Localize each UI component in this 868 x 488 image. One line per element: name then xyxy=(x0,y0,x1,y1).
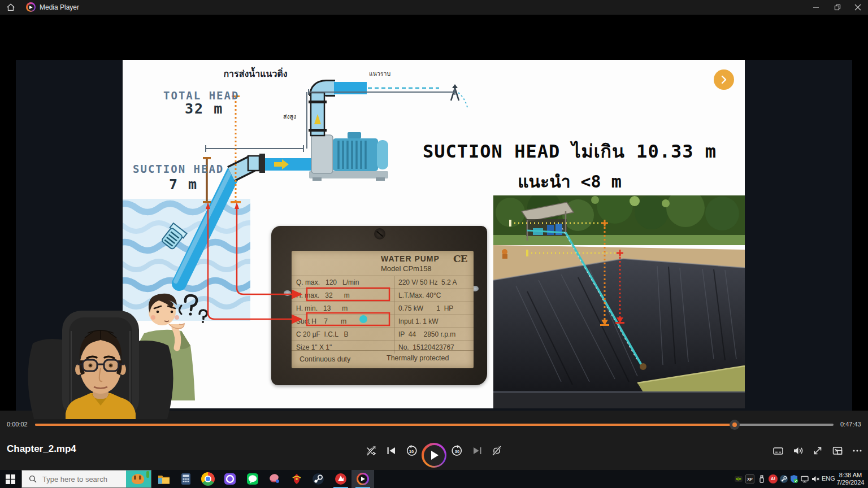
pump-body xyxy=(309,132,388,181)
table-row: C 20 µF I.C.L BIP 44 2850 r.p.m xyxy=(292,328,474,341)
tray-clock[interactable]: 8:38 AM 7/29/2024 xyxy=(835,472,866,486)
taskbar-app-pink[interactable] xyxy=(263,470,286,488)
suction-head-value: 7 m xyxy=(169,176,198,193)
table-row: Suct H 7 mInput 1. 1 kW xyxy=(292,315,474,328)
presenter-avatar xyxy=(17,308,184,419)
volume-icon[interactable] xyxy=(792,445,804,456)
table-row: H. min. 13 m0.75 kW 1 HP xyxy=(292,302,474,315)
slide-content: WATER PUMP CE Model CPm158 Q. max. 120 L… xyxy=(123,60,745,408)
volume-muted-tray-icon[interactable] xyxy=(811,474,820,483)
app-title: Media Player xyxy=(40,3,79,11)
label-horizontal: แนวราบ xyxy=(369,69,390,79)
titlebar: Media Player xyxy=(0,0,868,15)
nameplate-plate: WATER PUMP CE Model CPm158 Q. max. 120 L… xyxy=(292,251,474,368)
seek-fill xyxy=(35,424,735,426)
xp-pen-tray-icon[interactable]: XP xyxy=(745,474,754,483)
anydesk-tray-icon[interactable]: A! xyxy=(769,474,778,483)
taskbar-app-file-explorer[interactable] xyxy=(153,470,175,488)
restore-button[interactable] xyxy=(826,0,849,15)
seek-handle[interactable] xyxy=(730,420,740,430)
taskbar-app-purple[interactable] xyxy=(219,470,241,488)
headline-line1: SUCTION HEAD ไม่เกิน 10.33 m xyxy=(402,137,737,165)
taskbar-app-line[interactable] xyxy=(241,470,264,488)
taskbar-app-media-player[interactable] xyxy=(351,470,374,488)
sprinkler xyxy=(451,84,467,107)
nameplate-model: Model CPm158 xyxy=(381,264,432,273)
headline-line2: แนะนำ <8 m xyxy=(402,168,737,195)
elapsed-time: 0:00:02 xyxy=(7,421,28,428)
nameplate-brand: WATER PUMP xyxy=(381,254,440,263)
mini-player-icon[interactable] xyxy=(832,445,843,456)
media-title: Chapter_2.mp4 xyxy=(7,443,76,455)
search-highlight-image[interactable] xyxy=(126,470,151,487)
usb-tray-icon[interactable] xyxy=(757,474,766,483)
total-head-value: 32 m xyxy=(185,101,223,117)
skip-back-10-button[interactable]: 10 xyxy=(406,445,417,456)
nameplate-footer-left: Continuous duty xyxy=(300,355,350,363)
screw-icon xyxy=(284,290,291,296)
taskbar-app-red[interactable] xyxy=(329,470,352,488)
play-icon xyxy=(431,451,439,460)
windows-security-tray-icon[interactable] xyxy=(789,474,798,483)
player-controls: 0:00:02 0:47:43 Chapter_2.mp4 10 xyxy=(0,411,868,470)
network-tray-icon[interactable] xyxy=(800,474,809,483)
minimize-button[interactable] xyxy=(805,0,827,15)
total-duration: 0:47:43 xyxy=(840,421,861,428)
search-input[interactable] xyxy=(41,474,128,484)
nameplate-footer-right: Thermally protected xyxy=(387,354,449,362)
taskbar-app-calculator[interactable] xyxy=(175,470,197,488)
total-head-label: TOTAL HEAD xyxy=(163,89,239,102)
captions-icon[interactable] xyxy=(772,445,784,456)
label-discharge: ส่งสูง xyxy=(283,112,296,121)
next-track-icon[interactable] xyxy=(472,445,483,456)
tray-date: 7/29/2024 xyxy=(835,479,866,486)
skip-forward-30-button[interactable]: 30 xyxy=(452,445,463,456)
media-player-logo-icon xyxy=(26,2,36,12)
play-button[interactable] xyxy=(422,443,446,468)
repeat-off-icon[interactable] xyxy=(491,445,502,456)
search-icon xyxy=(29,475,37,483)
fullscreen-icon[interactable] xyxy=(812,445,823,456)
tray-time: 8:38 AM xyxy=(835,472,866,479)
close-button[interactable] xyxy=(847,0,868,15)
screw-icon xyxy=(374,228,385,239)
chevron-right-icon xyxy=(719,75,728,84)
steam-tray-icon[interactable] xyxy=(779,474,788,483)
table-row: H. max. 32 mL.T.Max. 40°C xyxy=(292,289,474,302)
next-slide-button[interactable] xyxy=(714,69,734,90)
windows-taskbar: XP A! ENG 8:38 AM 7/29/2024 xyxy=(0,470,868,488)
seek-bar[interactable] xyxy=(35,424,834,426)
more-options-icon[interactable] xyxy=(852,445,863,456)
nameplate-table: Q. max. 120 L/min220 V/ 50 Hz 5.2 A H. m… xyxy=(292,276,474,354)
home-icon[interactable] xyxy=(6,2,16,12)
nvidia-tray-icon[interactable] xyxy=(734,474,743,483)
language-indicator[interactable]: ENG xyxy=(822,475,835,482)
pump-nameplate-photo: WATER PUMP CE Model CPm158 Q. max. 120 L… xyxy=(271,226,487,385)
media-player-icon xyxy=(357,473,369,485)
start-button[interactable] xyxy=(6,474,15,484)
taskbar-app-game[interactable] xyxy=(285,470,308,488)
ce-mark: CE xyxy=(453,253,467,264)
previous-track-icon[interactable] xyxy=(385,445,397,456)
taskbar-app-chrome[interactable] xyxy=(197,470,219,488)
pond-photo xyxy=(493,195,745,408)
taskbar-app-steam[interactable] xyxy=(307,470,329,488)
shuffle-icon[interactable] xyxy=(366,445,377,456)
suction-head-label: SUCTION HEAD xyxy=(133,163,224,175)
slide-title-thai: การส่งน้ำแนวดิ่ง xyxy=(207,67,303,81)
taskbar-search[interactable] xyxy=(21,470,151,488)
table-row: Q. max. 120 L/min220 V/ 50 Hz 5.2 A xyxy=(292,276,474,289)
media-player-window: Media Player xyxy=(0,0,868,488)
